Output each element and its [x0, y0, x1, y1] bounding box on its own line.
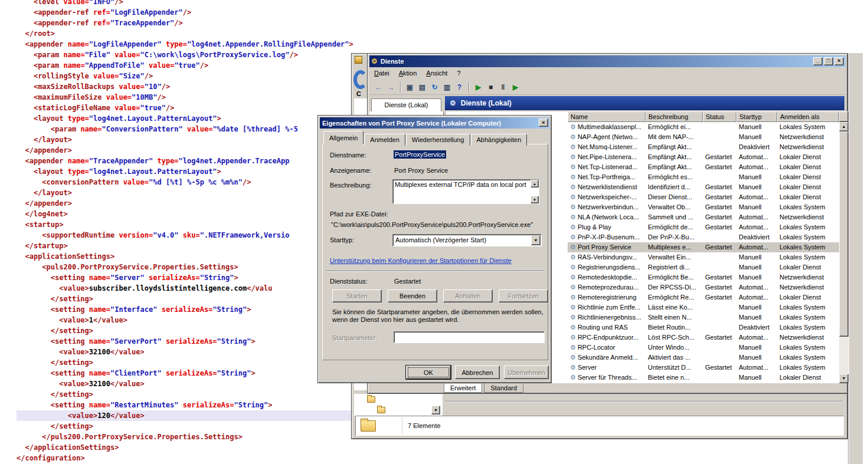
- starttyp-dropdown-button[interactable]: ▼: [531, 235, 541, 245]
- startparameter-input[interactable]: [394, 331, 545, 343]
- service-row[interactable]: ⚙Port Proxy ServiceMultiplexes e...Gesta…: [568, 242, 839, 252]
- service-gear-icon: ⚙: [570, 294, 576, 301]
- anzeigename-label: Anzeigename:: [330, 167, 371, 174]
- folder-icon[interactable]: [377, 407, 385, 413]
- menu-item-ansicht[interactable]: Ansicht: [421, 67, 452, 78]
- menu-item-aktion[interactable]: Aktion: [394, 67, 422, 78]
- service-row[interactable]: ⚙RPC-LocatorUnter Windo...ManuellLokales…: [568, 343, 839, 353]
- description-scroll-down-button[interactable]: ▼: [530, 196, 539, 203]
- export-list-icon[interactable]: ▥: [441, 81, 453, 93]
- service-row[interactable]: ⚙Net.Msmq-Listener...Empfängt Akt...Deak…: [568, 142, 839, 152]
- service-row[interactable]: ⚙ServerUnterstützt D...GestartetAutomat.…: [568, 363, 839, 373]
- service-row[interactable]: ⚙Plug & PlayErmöglicht de...GestartetAut…: [568, 222, 839, 232]
- forward-icon[interactable]: →: [385, 81, 397, 93]
- beschreibung-box[interactable]: Multiplexes external TCP/IP data on loca…: [392, 179, 539, 204]
- uebernehmen-button[interactable]: Übernehmen: [504, 366, 549, 379]
- help-icon[interactable]: ?: [454, 81, 465, 93]
- dienststatus-label: Dienststatus:: [330, 278, 368, 285]
- scroll-down-button[interactable]: ▼: [839, 374, 849, 383]
- tab-allgemein[interactable]: Allgemein: [323, 131, 363, 144]
- beenden-button[interactable]: Beenden: [388, 289, 437, 302]
- column-header-name[interactable]: Name: [568, 111, 646, 122]
- start-service-icon[interactable]: ▶: [473, 81, 484, 93]
- column-header-anmeldenals[interactable]: Anmelden als: [777, 111, 839, 122]
- dialog-close-button[interactable]: ×: [539, 119, 548, 127]
- explorer-status-bar: 7 Elemente: [355, 416, 844, 436]
- tab-abhngigkeiten[interactable]: Abhängigkeiten: [471, 134, 528, 146]
- back-icon[interactable]: ←: [373, 81, 384, 93]
- starttyp-value: Automatisch (Verzögerter Start): [395, 236, 486, 243]
- service-row[interactable]: ⚙Richtlinie zum Entfe...Lässt eine Ko...…: [568, 302, 839, 312]
- explorer-folder-pane: ▼: [354, 394, 443, 416]
- service-gear-icon: ⚙: [570, 334, 576, 341]
- view-tab-standard[interactable]: Standard: [484, 383, 523, 393]
- properties-dialog[interactable]: Eigenschaften von Port Proxy Service (Lo…: [317, 115, 552, 383]
- service-gear-icon: ⚙: [570, 213, 576, 221]
- service-row[interactable]: ⚙Net.Tcp-Portfreiga...Ermöglicht es...Ma…: [568, 172, 839, 182]
- pane-header-gear-icon: ⚙: [450, 99, 456, 107]
- column-header-beschreibung[interactable]: Beschreibung: [646, 111, 703, 122]
- service-gear-icon: ⚙: [570, 284, 576, 291]
- service-row[interactable]: ⚙Remotedesktopdie...Ermöglicht Be...Gest…: [568, 272, 839, 282]
- service-gear-icon: ⚙: [570, 173, 576, 180]
- starttyp-combobox[interactable]: Automatisch (Verzögerter Start) ▼: [392, 234, 542, 246]
- pause-service-icon[interactable]: ‖: [497, 81, 509, 93]
- abbrechen-button[interactable]: Abbrechen: [455, 366, 500, 379]
- stop-service-icon[interactable]: ■: [485, 81, 496, 93]
- service-row[interactable]: ⚙NLA (Network Loca...Sammelt und ...Gest…: [568, 212, 839, 222]
- services-scrollbar[interactable]: ▲ ▼: [839, 111, 849, 383]
- startoptions-help-link[interactable]: Unterstützung beim Konfigurieren der Sta…: [330, 257, 512, 264]
- refresh-icon[interactable]: ↻: [429, 81, 440, 93]
- toolbar-separator: [400, 82, 401, 93]
- beschreibung-text: Multiplexes external TCP/IP data on loca…: [395, 181, 529, 189]
- export-icon[interactable]: ▤: [417, 81, 428, 93]
- service-row[interactable]: ⚙NetzwerklistendienstIdentifiziert d...G…: [568, 182, 839, 192]
- service-row[interactable]: ⚙Multimediaklassenpl...Ermöglicht ei...M…: [568, 122, 839, 132]
- column-header-status[interactable]: Status: [703, 111, 736, 122]
- restart-service-icon[interactable]: ▶: [510, 81, 521, 93]
- service-row[interactable]: ⚙RAS-Verbindungsv...Verwaltet Ein...Manu…: [568, 252, 839, 262]
- fortsetzen-button[interactable]: Fortsetzen: [499, 289, 548, 302]
- scroll-thumb[interactable]: [839, 131, 849, 337]
- scroll-up-button[interactable]: ▲: [839, 122, 849, 131]
- dialog-titlebar[interactable]: Eigenschaften von Port Proxy Service (Lo…: [320, 117, 549, 129]
- tab-wiederherstellung[interactable]: Wiederherstellung: [406, 134, 470, 146]
- service-row[interactable]: ⚙RPC-Endpunktzuor...Löst RPC-Sch...Gesta…: [568, 333, 839, 343]
- service-row[interactable]: ⚙Net.Tcp-Listenerad...Empfängt Akt...Ges…: [568, 162, 839, 172]
- service-row[interactable]: ⚙NAP-Agent (Netwo...Mit dem NAP-...Manue…: [568, 132, 839, 142]
- column-header-starttyp[interactable]: Starttyp: [736, 111, 777, 122]
- minimize-button[interactable]: _: [813, 57, 823, 65]
- exe-path-value: "C:\work\ais\puls200.PortProxyService\pu…: [331, 221, 533, 228]
- folder-icon[interactable]: [367, 396, 375, 403]
- service-row[interactable]: ⚙Server für Threads...Bietet eine n...Ma…: [568, 373, 839, 383]
- anhalten-button[interactable]: Anhalten: [443, 289, 493, 302]
- anzeigename-value[interactable]: Port Proxy Service: [394, 167, 448, 174]
- description-scroll-up-button[interactable]: ▲: [530, 180, 539, 187]
- service-row[interactable]: ⚙Netzwerkverbindun...Verwaltet Ob...Gest…: [568, 202, 839, 212]
- service-row[interactable]: ⚙Net.Pipe-Listenera...Empfängt Akt...Ges…: [568, 152, 839, 162]
- service-row[interactable]: ⚙Registrierungsdiens...Registriert di...…: [568, 262, 839, 272]
- service-row[interactable]: ⚙RemoteregistrierungErmöglicht Re...Gest…: [568, 292, 839, 302]
- starten-button[interactable]: Starten: [332, 289, 382, 302]
- tab-anmelden[interactable]: Anmelden: [364, 134, 405, 146]
- pane-header: ⚙ Dienste (Lokal): [445, 96, 844, 110]
- service-row[interactable]: ⚙Netzwerkspeicher-...Dieser Dienst...Ges…: [568, 192, 839, 202]
- menu-item-help[interactable]: ?: [452, 67, 465, 78]
- show-console-tree-icon[interactable]: ▣: [404, 81, 415, 93]
- maximize-button[interactable]: □: [824, 57, 833, 65]
- service-row[interactable]: ⚙PnP-X-IP-Busenum...Der PnP-X-Bu...Deakt…: [568, 232, 839, 242]
- menu-item-datei[interactable]: Datei: [369, 67, 394, 78]
- combo-dropdown-button[interactable]: ▼: [431, 406, 440, 414]
- service-gear-icon: ⚙: [570, 133, 576, 140]
- service-row[interactable]: ⚙Remoteprozedurau...Der RPCSS-Di...Gesta…: [568, 282, 839, 292]
- close-button[interactable]: ×: [834, 57, 844, 65]
- service-row[interactable]: ⚙Routing und RASBietet Routin...Deaktivi…: [568, 323, 839, 333]
- service-row[interactable]: ⚙Sekundäre Anmeld...Aktiviert das ...Man…: [568, 353, 839, 363]
- view-tab-erweitert[interactable]: Erweitert: [444, 383, 482, 393]
- dienstname-value[interactable]: PortProxyService: [394, 150, 446, 159]
- console-tab[interactable]: Dienste (Lokal): [371, 98, 441, 111]
- services-titlebar[interactable]: ⚙ Dienste _□×: [369, 55, 846, 67]
- service-gear-icon: ⚙: [570, 143, 576, 150]
- service-row[interactable]: ⚙Richtlinienergebniss...Stellt einen N..…: [568, 312, 839, 323]
- ok-button[interactable]: OK: [406, 366, 451, 379]
